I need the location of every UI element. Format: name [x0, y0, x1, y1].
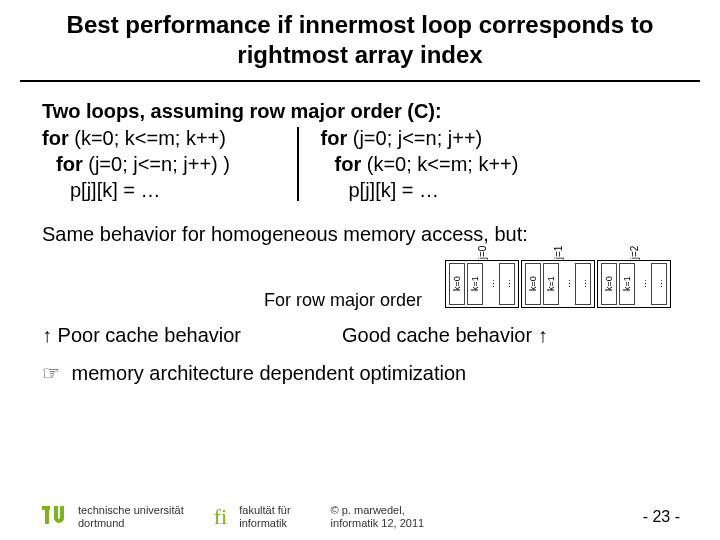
for-kw: for [56, 153, 83, 175]
arrow-up-icon: ↑ [538, 324, 548, 346]
k-cell-dots: … [561, 263, 573, 305]
good-cache: Good cache behavior ↑ [342, 324, 678, 347]
fac-line-2: informatik [239, 517, 287, 529]
code-text: (j=0; j<=n; j++) [347, 127, 482, 149]
k-cell: … [651, 263, 667, 305]
fi-text: fi [214, 504, 227, 530]
for-kw: for [335, 153, 362, 175]
pointing-hand-icon: ☞ [42, 362, 60, 384]
k-cell: k=0 [449, 263, 465, 305]
k-cell-dots: … [637, 263, 649, 305]
k-cell: k=0 [601, 263, 617, 305]
copy-line-2: informatik 12, 2011 [331, 517, 425, 529]
code-left: for (k=0; k<=m; k++) for (j=0; j<=n; j++… [42, 125, 297, 203]
svg-rect-0 [42, 506, 50, 510]
faculty-name: fakultät für informatik [239, 504, 290, 530]
title-line-1: Best performance if innermost loop corre… [67, 11, 654, 38]
university-name: technische universität dortmund [78, 504, 184, 530]
memory-diagram: k=0 k=1 … … k=0 k=1 … … k=0 k=1 … … [444, 260, 672, 308]
uni-line-2: dortmund [78, 517, 124, 529]
code-columns: for (k=0; k<=m; k++) for (j=0; j<=n; j++… [42, 125, 678, 203]
code-text: p[j][k] = … [321, 177, 679, 203]
good-text: Good cache behavior [342, 324, 532, 346]
uni-line-1: technische universität [78, 504, 184, 516]
slide: Best performance if innermost loop corre… [0, 0, 720, 540]
copy-line-1: © p. marwedel, [331, 504, 405, 516]
j-group: k=0 k=1 … … [445, 260, 519, 308]
k-cell: k=0 [525, 263, 541, 305]
footer: technische universität dortmund fi fakul… [20, 496, 700, 540]
k-cell-dots: … [485, 263, 497, 305]
poor-cache: ↑ Poor cache behavior [42, 324, 342, 347]
code-right: for (j=0; j<=n; j++) for (k=0; k<=m; k++… [299, 125, 679, 203]
svg-rect-1 [45, 510, 49, 524]
j-group: k=0 k=1 … … [521, 260, 595, 308]
same-behavior-text: Same behavior for homogeneous memory acc… [42, 223, 678, 246]
fi-logo-icon: fi [214, 504, 231, 530]
fac-line-1: fakultät für [239, 504, 290, 516]
diagram-caption: For row major order [264, 290, 422, 311]
diagram-row: For row major order k=0 k=1 … … k=0 k=1 … [42, 260, 678, 308]
code-text: (k=0; k<=m; k++) [361, 153, 518, 175]
page-number: - 23 - [643, 508, 680, 526]
arrow-up-icon: ↑ [42, 324, 52, 346]
k-cell: k=1 [619, 263, 635, 305]
copyright: © p. marwedel, informatik 12, 2011 [331, 504, 643, 530]
content-area: Two loops, assuming row major order (C):… [20, 100, 700, 496]
k-cell: … [575, 263, 591, 305]
behavior-row: ↑ Poor cache behavior Good cache behavio… [42, 324, 678, 347]
tu-logo-icon [40, 502, 70, 532]
k-cell: k=1 [467, 263, 483, 305]
memo-text: memory architecture dependent optimizati… [72, 362, 467, 384]
code-text: (j=0; j<=n; j++) ) [83, 153, 230, 175]
title-line-2: rightmost array index [237, 41, 482, 68]
code-text: (k=0; k<=m; k++) [69, 127, 226, 149]
code-text: p[j][k] = … [42, 177, 297, 203]
k-cell: … [499, 263, 515, 305]
for-kw: for [42, 127, 69, 149]
intro-text: Two loops, assuming row major order (C): [42, 100, 678, 123]
memo-line: ☞ memory architecture dependent optimiza… [42, 361, 678, 385]
poor-text: Poor cache behavior [58, 324, 241, 346]
for-kw: for [321, 127, 348, 149]
k-cell: k=1 [543, 263, 559, 305]
title-divider [20, 80, 700, 82]
page-title: Best performance if innermost loop corre… [20, 10, 700, 78]
j-group: k=0 k=1 … … [597, 260, 671, 308]
